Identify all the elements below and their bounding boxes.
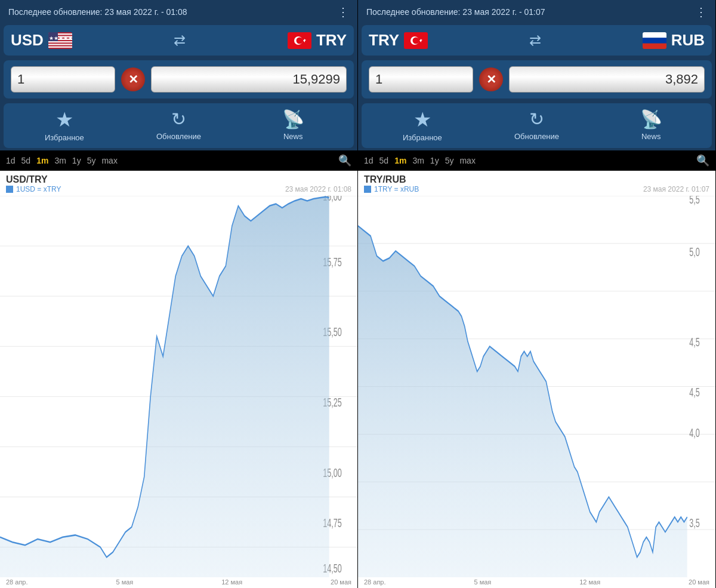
refresh-label-rub: Обновление (514, 132, 559, 141)
currency-row-usd-try: USD ★★★★★★★★★★★★★★★★★★★★★★★★★★★★★★★★★★★★… (4, 25, 354, 56)
legend-text-try-rub: 1TRY = xRUB (374, 185, 419, 193)
from-flag-try (404, 32, 428, 49)
x-labels-try-rub: 28 апр. 5 мая 12 мая 20 мая (358, 577, 715, 588)
time-options-usd-try: 1d 5d 1m 3m 1y 5y max (6, 156, 118, 165)
to-currency-try: TRY (288, 31, 347, 50)
from-currency-try: TRY (369, 31, 428, 50)
search-icon-usd-try[interactable]: 🔍 (338, 154, 351, 167)
favorites-button-try-rub[interactable]: ★ Избранное (365, 109, 480, 142)
chart-subtitle-try-rub: 1TRY = xRUB 23 мая 2022 г. 01:07 (364, 185, 709, 193)
news-label-rub: News (641, 132, 661, 141)
time-5d-try-rub[interactable]: 5d (379, 156, 389, 165)
to-currency-rub: RUB (643, 31, 705, 50)
news-label: News (283, 132, 303, 141)
input-row-try-rub: 1 ✕ 3,892 (362, 60, 712, 98)
time-5d-usd-try[interactable]: 5d (21, 156, 31, 165)
amount-field-usd-try[interactable]: 1 (11, 66, 115, 93)
x-label-rub-1: 5 мая (474, 578, 491, 586)
time-1m-try-rub[interactable]: 1m (394, 156, 406, 165)
x-label-rub-2: 12 мая (579, 578, 600, 586)
chart-svg-try-rub: 5,5 5,0 4,5 4,5 4,0 3,5 (358, 196, 715, 577)
time-1y-usd-try[interactable]: 1y (72, 156, 81, 165)
panel-try-rub: Последнее обновление: 23 мая 2022 г. - 0… (358, 0, 716, 588)
time-5y-try-rub[interactable]: 5y (445, 156, 454, 165)
to-code: TRY (316, 31, 347, 50)
from-flag: ★★★★★★★★★★★★★★★★★★★★★★★★★★★★★★★★★★★★★★★★… (48, 32, 72, 49)
time-1d-usd-try[interactable]: 1d (6, 156, 16, 165)
menu-dots-try-rub[interactable]: ⋮ (695, 6, 707, 18)
time-1d-try-rub[interactable]: 1d (364, 156, 374, 165)
action-row-try-rub: ★ Избранное ↻ Обновление 📡 News (362, 103, 712, 148)
to-code-rub: RUB (671, 31, 705, 50)
svg-text:4,0: 4,0 (689, 426, 700, 440)
clear-button-try-rub[interactable]: ✕ (479, 67, 503, 91)
x-label-rub-0: 28 апр. (364, 578, 386, 586)
refresh-button-usd-try[interactable]: ↻ Обновление (122, 110, 236, 141)
chart-container-try-rub: 1d 5d 1m 3m 1y 5y max 🔍 TRY/RUB 1TRY = x… (358, 150, 715, 588)
menu-dots-usd-try[interactable]: ⋮ (337, 6, 349, 18)
x-label-3: 20 мая (331, 578, 351, 586)
news-icon: 📡 (282, 110, 304, 128)
action-row-usd-try: ★ Избранное ↻ Обновление 📡 News (4, 103, 354, 148)
chart-legend-try-rub: 1TRY = xRUB (364, 185, 419, 193)
favorites-label-rub: Избранное (403, 133, 442, 142)
header-usd-try: Последнее обновление: 23 мая 2022 г. - 0… (0, 0, 357, 23)
chart-date-try-rub: 23 мая 2022 г. 01:07 (643, 185, 709, 193)
time-1y-try-rub[interactable]: 1y (430, 156, 439, 165)
legend-text-usd-try: 1USD = xTRY (16, 185, 61, 193)
time-3m-try-rub[interactable]: 3m (412, 156, 424, 165)
svg-rect-36 (643, 43, 666, 48)
panel-usd-try: Последнее обновление: 23 мая 2022 г. - 0… (0, 0, 358, 588)
search-icon-try-rub[interactable]: 🔍 (696, 154, 709, 167)
svg-text:4,5: 4,5 (689, 386, 700, 399)
x-label-1: 5 мая (116, 578, 133, 586)
x-label-rub-3: 20 мая (689, 578, 709, 586)
svg-text:★★★★★★★★★★★★★★★★★★★★★★★★★★★★★★: ★★★★★★★★★★★★★★★★★★★★★★★★★★★★★★★★★★★★★★★★… (49, 35, 72, 41)
time-max-try-rub[interactable]: max (459, 156, 475, 165)
refresh-button-try-rub[interactable]: ↻ Обновление (480, 110, 594, 141)
swap-icon-usd-try[interactable]: ⇄ (174, 32, 186, 49)
chart-container-usd-try: 1d 5d 1m 3m 1y 5y max 🔍 USD/TRY 1USD = x… (0, 150, 357, 588)
header-try-rub: Последнее обновление: 23 мая 2022 г. - 0… (358, 0, 715, 23)
legend-box-try-rub (364, 186, 371, 193)
time-1m-usd-try[interactable]: 1m (36, 156, 48, 165)
svg-rect-35 (643, 38, 666, 43)
input-row-usd-try: 1 ✕ 15,9299 (4, 60, 354, 98)
news-icon-rub: 📡 (640, 110, 662, 128)
time-max-usd-try[interactable]: max (101, 156, 117, 165)
refresh-icon-rub: ↻ (529, 110, 544, 128)
news-button-usd-try[interactable]: 📡 News (236, 110, 350, 141)
result-field-usd-try: 15,9299 (151, 66, 347, 93)
to-flag (288, 32, 311, 49)
result-field-try-rub: 3,892 (509, 66, 705, 93)
from-currency-usd: USD ★★★★★★★★★★★★★★★★★★★★★★★★★★★★★★★★★★★★… (11, 31, 72, 50)
time-5y-usd-try[interactable]: 5y (87, 156, 96, 165)
x-label-0: 28 апр. (6, 578, 28, 586)
swap-icon-try-rub[interactable]: ⇄ (529, 32, 541, 49)
time-bar-try-rub: 1d 5d 1m 3m 1y 5y max 🔍 (358, 150, 715, 171)
svg-point-11 (296, 37, 303, 44)
star-icon-rub: ★ (413, 109, 431, 130)
last-update-try-rub: Последнее обновление: 23 мая 2022 г. - 0… (366, 7, 545, 17)
favorites-label: Избранное (45, 133, 84, 142)
svg-rect-34 (643, 32, 666, 38)
clear-icon: ✕ (128, 73, 138, 85)
clear-button-usd-try[interactable]: ✕ (121, 67, 145, 91)
svg-point-31 (413, 37, 419, 44)
svg-text:5,0: 5,0 (689, 245, 700, 259)
time-bar-usd-try: 1d 5d 1m 3m 1y 5y max 🔍 (0, 150, 357, 171)
news-button-try-rub[interactable]: 📡 News (594, 110, 708, 141)
star-icon: ★ (55, 109, 73, 130)
clear-icon-rub: ✕ (486, 73, 496, 85)
legend-box-usd-try (6, 186, 13, 193)
currency-row-try-rub: TRY ⇄ RUB (362, 25, 712, 56)
svg-text:5,5: 5,5 (689, 196, 700, 207)
x-label-2: 12 мая (221, 578, 242, 586)
chart-legend-usd-try: 1USD = xTRY (6, 185, 61, 193)
chart-subtitle-usd-try: 1USD = xTRY 23 мая 2022 г. 01:08 (6, 185, 351, 193)
favorites-button-usd-try[interactable]: ★ Избранное (7, 109, 122, 142)
time-3m-usd-try[interactable]: 3m (54, 156, 66, 165)
amount-field-try-rub[interactable]: 1 (369, 66, 473, 93)
chart-header-usd-try: USD/TRY 1USD = xTRY 23 мая 2022 г. 01:08 (0, 171, 357, 196)
last-update-usd-try: Последнее обновление: 23 мая 2022 г. - 0… (8, 7, 187, 17)
